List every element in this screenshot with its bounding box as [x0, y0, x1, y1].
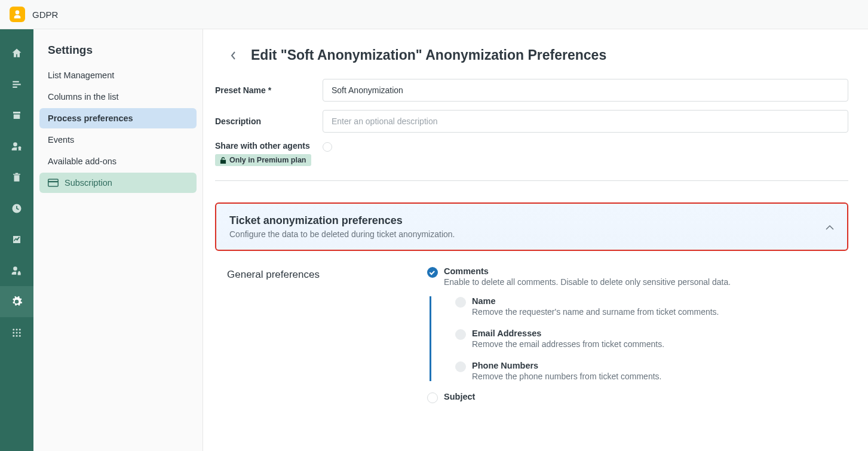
premium-badge: Only in Premium plan: [215, 154, 311, 166]
rail-settings[interactable]: [0, 286, 33, 317]
svg-point-8: [16, 335, 18, 337]
section-title: Ticket anonymization preferences: [229, 214, 455, 227]
svg-point-9: [19, 335, 21, 337]
svg-point-6: [19, 332, 21, 334]
description-input[interactable]: [323, 110, 848, 133]
svg-rect-10: [48, 179, 59, 186]
lines-icon: [11, 79, 22, 90]
rail-trash[interactable]: [0, 162, 33, 193]
grid-icon: [11, 327, 22, 338]
preset-name-label: Preset Name *: [215, 85, 323, 95]
rail-archive[interactable]: [0, 100, 33, 131]
description-label: Description: [215, 116, 323, 126]
app-logo: [10, 7, 25, 22]
lock-open-icon: [220, 157, 226, 164]
pref-comments-checkbox[interactable]: [427, 267, 438, 278]
nav-rail: [0, 29, 33, 451]
ticket-anonymization-section[interactable]: Ticket anonymization preferences Configu…: [215, 203, 848, 251]
trash-icon: [11, 172, 22, 183]
settings-sidebar: Settings List Management Columns in the …: [33, 29, 203, 451]
rail-users[interactable]: [0, 131, 33, 162]
rail-user-lock[interactable]: [0, 255, 33, 286]
pref-desc: Remove the requester's name and surname …: [472, 307, 719, 317]
sidebar-title: Settings: [39, 44, 197, 65]
rail-clock[interactable]: [0, 193, 33, 224]
pref-label: Comments: [444, 266, 731, 276]
home-icon: [11, 47, 23, 59]
chart-icon: [11, 234, 22, 245]
sidebar-item-label: Process preferences: [48, 113, 133, 123]
credit-card-icon: [48, 179, 59, 187]
collapse-toggle[interactable]: [826, 222, 834, 232]
sidebar-item-events[interactable]: Events: [39, 130, 197, 150]
pref-phone-checkbox[interactable]: [455, 361, 466, 372]
sidebar-item-label: Subscription: [65, 178, 112, 188]
pref-comments-subitems: Name Remove the requester's name and sur…: [430, 296, 848, 381]
users-shield-icon: [13, 10, 22, 19]
svg-point-4: [13, 332, 14, 334]
sidebar-item-label: List Management: [48, 70, 114, 80]
svg-point-2: [16, 329, 18, 330]
pref-name[interactable]: Name Remove the requester's name and sur…: [455, 296, 848, 317]
app-title: GDPR: [32, 10, 58, 20]
section-divider: [215, 180, 848, 181]
section-subtitle: Configure the data to be deleted during …: [229, 229, 455, 239]
pref-subject[interactable]: Subject: [427, 392, 848, 403]
svg-point-5: [16, 332, 18, 334]
pref-comments[interactable]: Comments Enable to delete all comments. …: [427, 266, 848, 287]
pref-desc: Enable to delete all comments. Disable t…: [444, 277, 731, 287]
share-label: Share with other agents: [215, 141, 323, 151]
rail-queue[interactable]: [0, 69, 33, 100]
chevron-left-icon: [230, 51, 236, 60]
pref-email[interactable]: Email Addresses Remove the email address…: [455, 329, 848, 349]
pref-subject-checkbox[interactable]: [427, 392, 438, 403]
clock-icon: [11, 203, 23, 214]
pref-desc: Remove the phone numbers from ticket com…: [472, 372, 661, 381]
general-preferences-title: General preferences: [227, 269, 427, 281]
sidebar-item-label: Available add-ons: [48, 157, 116, 166]
rail-analytics[interactable]: [0, 224, 33, 255]
svg-point-3: [19, 329, 21, 330]
pref-desc: Remove the email addresses from ticket c…: [472, 339, 664, 349]
archive-icon: [11, 110, 22, 121]
rail-apps[interactable]: [0, 317, 33, 348]
sidebar-item-process-preferences[interactable]: Process preferences: [39, 108, 197, 128]
pref-label: Subject: [444, 392, 475, 401]
svg-point-1: [13, 329, 14, 330]
sidebar-item-label: Columns in the list: [48, 92, 118, 102]
gear-icon: [11, 296, 23, 308]
page-title: Edit "Soft Anonymization" Anonymization …: [251, 47, 606, 63]
sidebar-item-label: Events: [48, 135, 74, 145]
sidebar-item-list-management[interactable]: List Management: [39, 65, 197, 85]
share-checkbox[interactable]: [323, 142, 332, 152]
svg-rect-11: [48, 181, 59, 182]
user-key-icon: [11, 140, 23, 152]
pref-email-checkbox[interactable]: [455, 329, 466, 340]
preset-name-input[interactable]: [323, 79, 848, 102]
pref-phone[interactable]: Phone Numbers Remove the phone numbers f…: [455, 361, 848, 381]
pref-label: Email Addresses: [472, 329, 664, 338]
main-content: Edit "Soft Anonymization" Anonymization …: [203, 29, 868, 451]
sidebar-item-columns[interactable]: Columns in the list: [39, 87, 197, 107]
rail-home[interactable]: [0, 38, 33, 69]
svg-point-7: [13, 335, 14, 337]
back-button[interactable]: [226, 48, 240, 63]
pref-name-checkbox[interactable]: [455, 297, 466, 308]
sidebar-item-subscription[interactable]: Subscription: [39, 173, 197, 193]
pref-label: Name: [472, 296, 719, 306]
pref-label: Phone Numbers: [472, 361, 661, 370]
sidebar-item-addons[interactable]: Available add-ons: [39, 151, 197, 171]
user-lock-icon: [11, 265, 23, 277]
topbar: GDPR: [0, 0, 868, 29]
chevron-up-icon: [826, 225, 834, 230]
page-header: Edit "Soft Anonymization" Anonymization …: [215, 47, 848, 63]
